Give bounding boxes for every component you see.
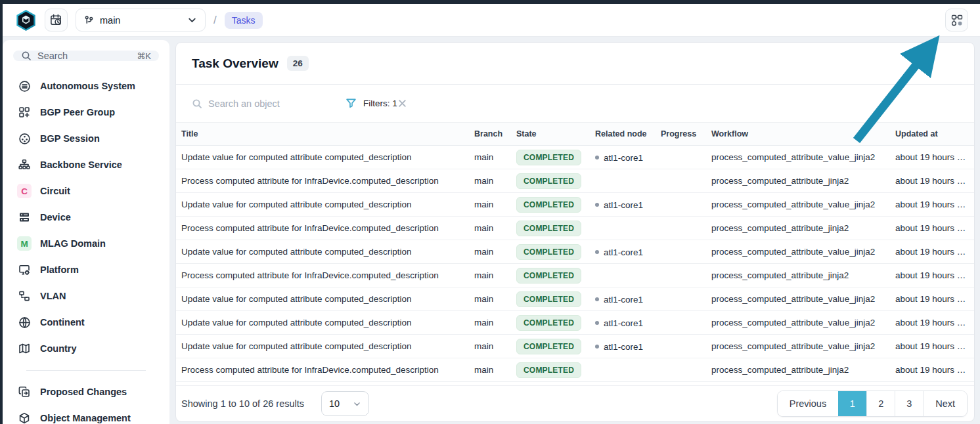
- table-row[interactable]: Process computed attribute for InfraDevi…: [176, 264, 974, 287]
- mlag-letter-badge: M: [17, 236, 32, 251]
- task-branch-cell: main: [469, 240, 511, 264]
- sidebar-item-label: Autonomous System: [40, 81, 135, 91]
- task-state-cell: COMPLETED: [511, 169, 590, 193]
- clear-filters-button[interactable]: [397, 98, 407, 108]
- sidebar-item-continent[interactable]: Continent: [13, 309, 159, 335]
- table-row[interactable]: Process computed attribute for InfraDevi…: [176, 217, 974, 240]
- related-node-label: atl1-core1: [604, 318, 643, 328]
- sidebar-item-circuit[interactable]: C Circuit: [13, 178, 159, 204]
- sidebar-item-backbone-service[interactable]: Backbone Service: [13, 152, 159, 178]
- task-workflow-cell: process_computed_attribute_jinja2: [706, 169, 890, 193]
- page-title: Task Overview: [192, 56, 278, 71]
- task-branch-cell: main: [469, 358, 511, 382]
- sidebar-item-device[interactable]: Device: [13, 204, 159, 230]
- column-progress: Progress: [656, 123, 706, 146]
- breadcrumb-tasks[interactable]: Tasks: [225, 12, 263, 29]
- task-state-cell: COMPLETED: [511, 335, 590, 358]
- chevron-down-icon: [353, 400, 361, 408]
- card-footer: Showing 1 to 10 of 26 results 10 Previou…: [176, 385, 974, 421]
- page-button-3[interactable]: 3: [895, 391, 923, 416]
- task-workflow-cell: process_computed_attribute_value_jinja2: [706, 287, 890, 311]
- table-row[interactable]: Process computed attribute for InfraDevi…: [176, 169, 974, 193]
- task-updated-cell: about 19 hours ago: [890, 240, 974, 264]
- node-dot-icon: [595, 156, 599, 159]
- schema-icon: [950, 14, 964, 27]
- sidebar-item-bgp-session[interactable]: BGP Session: [13, 125, 159, 152]
- table-row[interactable]: Update value for computed attribute comp…: [176, 146, 974, 169]
- sidebar-item-autonomous-system[interactable]: Autonomous System: [13, 73, 159, 99]
- table-row[interactable]: Update value for computed attribute comp…: [176, 287, 974, 311]
- task-progress-cell: [656, 287, 706, 311]
- next-page-button[interactable]: Next: [923, 391, 967, 416]
- sidebar-item-platform[interactable]: Platform: [13, 257, 159, 283]
- table-row[interactable]: Update value for computed attribute comp…: [176, 240, 974, 264]
- table-row[interactable]: Update value for computed attribute comp…: [176, 193, 974, 217]
- task-workflow-cell: process_computed_attribute_value_jinja2: [706, 311, 890, 335]
- column-branch: Branch: [469, 123, 511, 146]
- branch-selector[interactable]: main: [76, 9, 206, 32]
- column-title: Title: [176, 123, 469, 146]
- table-row[interactable]: Process computed attribute for InfraDevi…: [176, 358, 974, 382]
- autonomous-system-icon: [17, 79, 32, 93]
- object-search-input[interactable]: [208, 98, 320, 109]
- task-progress-cell: [656, 193, 706, 217]
- sidebar-item-label: BGP Peer Group: [40, 107, 115, 117]
- sidebar-item-label: Continent: [40, 317, 85, 328]
- task-updated-cell: about 19 hours ago: [890, 169, 974, 193]
- related-node-label: atl1-core1: [604, 247, 643, 257]
- status-badge: COMPLETED: [516, 221, 581, 236]
- sidebar-item-object-management[interactable]: Object Management: [13, 405, 159, 424]
- task-workflow-cell: process_computed_attribute_value_jinja2: [706, 193, 890, 217]
- status-badge: COMPLETED: [516, 362, 581, 378]
- sidebar-item-country[interactable]: Country: [13, 335, 159, 362]
- sidebar-item-proposed-changes[interactable]: Proposed Changes: [13, 379, 159, 405]
- time-travel-button[interactable]: [45, 9, 68, 32]
- sidebar-search[interactable]: Search ⌘K: [13, 51, 159, 61]
- bgp-session-icon: [17, 131, 32, 146]
- task-progress-cell: [656, 311, 706, 335]
- table-row[interactable]: Update value for computed attribute comp…: [176, 311, 974, 335]
- sidebar: Search ⌘K Autonomous System BGP Peer Gro…: [3, 40, 169, 424]
- task-workflow-cell: process_computed_attribute_value_jinja2: [706, 335, 890, 358]
- table-row[interactable]: Update value for computed attribute comp…: [176, 335, 974, 358]
- column-related-node: Related node: [590, 123, 656, 146]
- task-related-node-cell: atl1-core1: [590, 193, 656, 217]
- task-workflow-cell: process_computed_attribute_jinja2: [706, 358, 890, 382]
- infrahub-logo[interactable]: [14, 9, 37, 32]
- sidebar-item-label: Backbone Service: [40, 159, 122, 170]
- task-table-body: Update value for computed attribute comp…: [176, 146, 974, 382]
- previous-page-button[interactable]: Previous: [778, 391, 838, 416]
- task-branch-cell: main: [469, 335, 511, 358]
- task-state-cell: COMPLETED: [511, 358, 590, 382]
- related-node-label: atl1-core1: [604, 153, 643, 163]
- column-workflow: Workflow: [706, 123, 890, 146]
- filters-control[interactable]: Filters: 1: [345, 98, 397, 109]
- object-search: [192, 98, 338, 109]
- sidebar-item-vlan[interactable]: VLAN: [13, 283, 159, 309]
- page-button-1[interactable]: 1: [838, 391, 866, 416]
- page-button-2[interactable]: 2: [866, 391, 895, 416]
- search-icon: [21, 51, 32, 61]
- continent-globe-icon: [17, 315, 32, 329]
- results-summary: Showing 1 to 10 of 26 results: [181, 398, 304, 409]
- schema-button[interactable]: [945, 9, 968, 32]
- device-icon: [17, 210, 32, 224]
- bgp-peer-group-icon: [17, 105, 32, 119]
- sidebar-item-bgp-peer-group[interactable]: BGP Peer Group: [13, 99, 159, 125]
- task-progress-cell: [656, 217, 706, 240]
- git-branch-icon: [84, 15, 94, 26]
- sidebar-item-label: Platform: [40, 265, 79, 275]
- task-branch-cell: main: [469, 193, 511, 217]
- sidebar-item-label: Proposed Changes: [40, 387, 127, 397]
- page-size-select[interactable]: 10: [321, 391, 369, 416]
- task-workflow-cell: process_computed_attribute_jinja2: [706, 217, 890, 240]
- sidebar-item-label: Country: [40, 343, 77, 354]
- task-related-node-cell: [590, 169, 656, 193]
- status-badge: COMPLETED: [516, 315, 581, 331]
- task-title-cell: Update value for computed attribute comp…: [176, 335, 469, 358]
- proposed-changes-icon: [17, 385, 32, 399]
- card-header: Task Overview 26: [176, 43, 974, 85]
- sidebar-item-mlag-domain[interactable]: M MLAG Domain: [13, 230, 159, 257]
- task-state-cell: COMPLETED: [511, 193, 590, 217]
- status-badge: COMPLETED: [516, 173, 581, 189]
